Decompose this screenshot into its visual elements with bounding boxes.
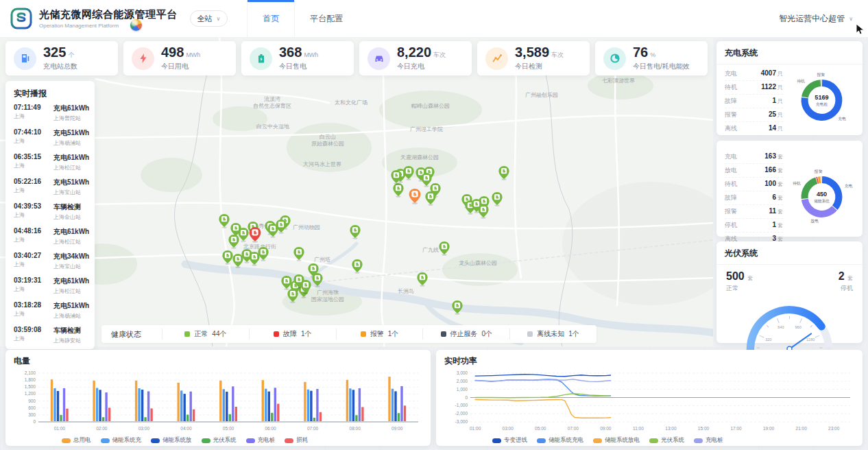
legend-item[interactable]: 充电桩	[694, 436, 723, 445]
kpi-card[interactable]: 76%今日售电/耗电能效	[595, 41, 708, 75]
station-marker-normal[interactable]	[293, 247, 304, 261]
broadcast-list[interactable]: 07:11:49上海充电61kWh上海普陀站07:44:10上海充电51kWh上…	[5, 104, 95, 349]
station-marker-normal[interactable]	[393, 183, 404, 198]
health-item[interactable]: 故障1个	[249, 329, 336, 340]
pv-system-title: 光伏系统	[716, 241, 863, 265]
list-item[interactable]: 07:44:10上海充电51kWh上海杨浦站	[14, 128, 86, 147]
list-item[interactable]: 07:11:49上海充电61kWh上海普陀站	[14, 104, 86, 122]
user-menu[interactable]: 智光运营中心超管 ∨	[779, 13, 868, 25]
legend-item[interactable]: 储能系统充	[101, 436, 142, 445]
legend-label: 光伏系统	[213, 436, 237, 445]
stat-label: 故障	[725, 193, 737, 202]
station-selector[interactable]: 全站 ∨	[190, 10, 228, 27]
station-marker-fault[interactable]	[249, 227, 261, 243]
legend-item[interactable]: 储能系统放电	[593, 436, 640, 445]
list-item[interactable]: 06:35:15上海充电61kWh上海松江站	[14, 153, 86, 171]
svg-text:09:00: 09:00	[600, 426, 612, 431]
stat-label: 待机	[725, 83, 737, 92]
station-marker-normal[interactable]	[352, 259, 363, 274]
broadcast-time-col: 04:39:53上海	[14, 202, 48, 221]
health-item-count: 0个	[482, 329, 493, 339]
stat-label: 放电	[725, 166, 737, 175]
station-marker-normal[interactable]	[228, 235, 239, 249]
kpi-card[interactable]: 498MWh今日用电	[123, 41, 236, 75]
kpi-label: 今日用电	[161, 62, 200, 71]
legend-item[interactable]: 充电桩	[246, 436, 276, 445]
station-marker-normal[interactable]	[417, 272, 428, 287]
station-marker-normal[interactable]	[350, 225, 361, 239]
stat-unit: 套	[777, 209, 783, 215]
station-marker-normal[interactable]	[287, 289, 298, 303]
kpi-unit: 车次	[551, 51, 564, 58]
kpi-text: 498MWh今日用电	[161, 45, 200, 71]
kpi-icon-wrap	[485, 47, 508, 70]
list-item[interactable]: 04:39:53上海车辆检测上海金山站	[14, 202, 86, 221]
broadcast-event: 车辆检测	[53, 326, 81, 335]
legend-item[interactable]: 专变进线	[492, 436, 527, 445]
health-item[interactable]: 正常44个	[162, 329, 249, 340]
stat-unit: 套	[777, 167, 783, 174]
list-item[interactable]: 03:40:27上海充电34kWh上海宝山站	[14, 252, 86, 270]
station-marker-normal[interactable]	[258, 247, 269, 261]
legend-item[interactable]: 损耗	[285, 436, 308, 445]
svg-text:300: 300	[28, 412, 36, 417]
city-map[interactable]: 流溪湾 自然生态保育区白云中央湿地太和文化广场帽峰山森林公园广州理工学院白云山 …	[0, 38, 713, 346]
stat-unit: 只	[777, 71, 783, 77]
tab-home[interactable]: 首页	[247, 0, 295, 38]
station-marker-alarm[interactable]	[409, 189, 421, 204]
stat-unit: 套	[777, 154, 783, 160]
legend-item[interactable]: 储能系统充电	[537, 436, 583, 445]
list-item[interactable]: 05:22:16上海充电51kWh上海宝山站	[14, 178, 86, 196]
kpi-card[interactable]: 368MWh今日售电	[241, 41, 354, 75]
station-selector-value: 全站	[197, 14, 213, 24]
station-marker-normal[interactable]	[219, 214, 230, 228]
list-item[interactable]: 03:59:08上海车辆检测上海静安站	[14, 326, 86, 344]
station-marker-normal[interactable]	[425, 191, 436, 206]
legend-item[interactable]: 光伏系统	[202, 436, 237, 445]
station-marker-normal[interactable]	[276, 220, 287, 234]
station-marker-normal[interactable]	[492, 192, 503, 206]
pv-stopped-label: 停机	[839, 284, 853, 293]
health-item[interactable]: 报警1个	[336, 329, 423, 340]
station-marker-normal[interactable]	[471, 199, 482, 213]
broadcast-time: 07:44:10	[14, 128, 48, 136]
list-item[interactable]: 03:18:28上海充电51kWh上海杨浦站	[14, 301, 86, 320]
broadcast-event-col: 充电61kWh上海松江站	[53, 227, 89, 246]
broadcast-time: 03:59:08	[14, 326, 48, 333]
station-marker-normal[interactable]	[391, 170, 402, 185]
svg-text:1280: 1280	[806, 338, 815, 342]
legend-item[interactable]: 总用电	[62, 436, 91, 445]
stat-label: 报警	[725, 207, 737, 216]
broadcast-time: 07:11:49	[14, 104, 48, 111]
health-item[interactable]: 离线未知1个	[509, 329, 596, 340]
kpi-label: 今日售电	[279, 62, 318, 71]
storage-stat-row: 故障6套	[725, 191, 783, 205]
legend-swatch	[246, 438, 255, 443]
station-marker-normal[interactable]	[439, 241, 450, 256]
station-marker-normal[interactable]	[222, 250, 233, 265]
legend-label: 充电桩	[706, 436, 723, 445]
health-item-count: 1个	[301, 329, 312, 339]
kpi-card[interactable]: 8,220车次今日充电	[359, 41, 472, 75]
station-marker-normal[interactable]	[452, 300, 463, 315]
station-marker-normal[interactable]	[293, 274, 304, 289]
legend-item[interactable]: 光伏系统	[649, 436, 684, 445]
station-marker-normal[interactable]	[312, 273, 323, 287]
pv-system-card: 光伏系统 500 套 正常 2 套 停机 032064096012801600 …	[716, 241, 863, 343]
station-marker-normal[interactable]	[498, 166, 509, 180]
kpi-card[interactable]: 325个充电站总数	[5, 41, 118, 75]
health-item[interactable]: 停止服务0个	[422, 329, 509, 340]
tab-config[interactable]: 平台配置	[295, 0, 358, 38]
station-marker-normal[interactable]	[403, 166, 414, 180]
station-marker-normal[interactable]	[238, 228, 249, 242]
kpi-card[interactable]: 3,589车次今日检测	[477, 41, 590, 75]
broadcast-city: 上海	[14, 137, 48, 145]
list-item[interactable]: 03:19:31上海充电61kWh上海松江站	[14, 276, 86, 295]
broadcast-station: 上海静安站	[53, 337, 81, 344]
list-item[interactable]: 04:48:16上海充电61kWh上海松江站	[14, 227, 86, 246]
kpi-value: 325	[43, 45, 66, 60]
charging-stat-row: 充电4007只	[725, 67, 783, 81]
legend-item[interactable]: 储能系统放	[151, 436, 192, 445]
broadcast-title: 实时播报	[5, 81, 95, 104]
energy-chart-card: 电量 03006009001,2001,5001,8002,10001:0002…	[5, 350, 431, 446]
